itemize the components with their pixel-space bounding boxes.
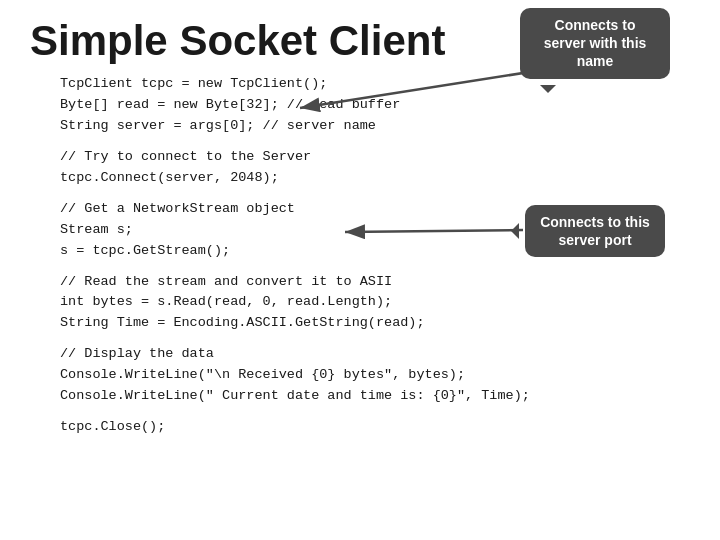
tooltip-server-port: Connects to this server port <box>525 205 665 257</box>
code-comment: // Try to connect to the Server <box>60 147 690 168</box>
code-line: Byte[] read = new Byte[32]; // read buff… <box>60 95 690 116</box>
code-line: String server = args[0]; // server name <box>60 116 690 137</box>
code-block-connect: // Try to connect to the Server tcpc.Con… <box>60 147 690 189</box>
code-line: Console.WriteLine("\n Received {0} bytes… <box>60 365 690 386</box>
code-line: String Time = Encoding.ASCII.GetString(r… <box>60 313 690 334</box>
code-block-display: // Display the data Console.WriteLine("\… <box>60 344 690 407</box>
code-block-init: TcpClient tcpc = new TcpClient(); Byte[]… <box>60 74 690 137</box>
code-line: tcpc.Close(); <box>60 417 690 438</box>
code-line: tcpc.Connect(server, 2048); <box>60 168 690 189</box>
code-comment: // Display the data <box>60 344 690 365</box>
code-block-close: tcpc.Close(); <box>60 417 690 438</box>
code-block-read: // Read the stream and convert it to ASI… <box>60 272 690 335</box>
code-line: Console.WriteLine(" Current date and tim… <box>60 386 690 407</box>
tooltip-server-name: Connects to server with this name <box>520 8 670 79</box>
code-line: int bytes = s.Read(read, 0, read.Length)… <box>60 292 690 313</box>
code-comment: // Read the stream and convert it to ASI… <box>60 272 690 293</box>
